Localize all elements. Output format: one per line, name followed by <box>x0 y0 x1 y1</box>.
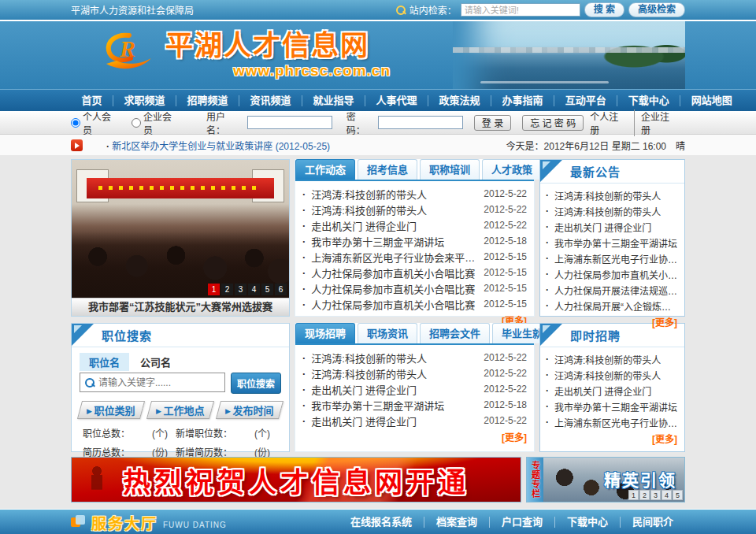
personal-member-radio[interactable]: 个人会员 <box>71 109 120 136</box>
news-link[interactable]: 人力社保局参加市直机关小合唱比赛 <box>311 281 479 296</box>
news-link[interactable]: 走出机关门 进得企业门 <box>311 218 479 233</box>
banner-page-number[interactable]: 4 <box>662 490 672 500</box>
photo-page-number[interactable]: 2 <box>221 284 233 295</box>
nav-link[interactable]: 招聘频道 <box>176 95 239 106</box>
personal-member-radio-input[interactable] <box>71 118 80 128</box>
keyword-input[interactable] <box>98 377 220 388</box>
ticker-headline[interactable]: 新北区举办大学生创业与就业政策讲座 (2012-05-25) <box>106 139 330 152</box>
tab-work-news[interactable]: 工作动态 <box>295 159 355 180</box>
notice-link[interactable]: 汪鸿涛:科技创新的带头人 <box>554 189 679 202</box>
bullet-icon: · <box>302 384 306 395</box>
register-link[interactable]: 企业注册 <box>634 109 685 136</box>
photo-page-number[interactable]: 1 <box>208 284 220 295</box>
main-nav: 首页求职频道招聘频道资讯频道就业指导人事代理政策法规办事指南互动平台下载中心网站… <box>0 89 756 111</box>
recruit-link[interactable]: 汪鸿涛:科技创新的带头人 <box>554 353 679 366</box>
news-link[interactable]: 汪鸿涛:科技创新的带头人 <box>311 366 479 381</box>
notice-link[interactable]: 汪鸿涛:科技创新的带头人 <box>554 205 679 218</box>
job-filter-button[interactable]: 工作地点 <box>146 401 214 419</box>
news-link[interactable]: 走出机关门 进得企业门 <box>311 382 479 397</box>
login-button[interactable]: 登 录 <box>474 115 511 131</box>
notice-link[interactable]: 走出机关门 进得企业门 <box>554 221 679 234</box>
site-brand[interactable]: R 平湖人才信息网 www.phrcsc.com.cn <box>102 31 391 80</box>
site-search-input[interactable] <box>461 3 580 17</box>
job-search-button[interactable]: 职位搜索 <box>231 373 281 394</box>
service-link[interactable]: 民间职介 <box>620 517 685 528</box>
recruit-link[interactable]: 我市举办第十三期金平湖讲坛 <box>554 400 679 413</box>
site-search-button[interactable]: 搜 索 <box>584 2 624 17</box>
recruit-news-more-link[interactable]: [更多] <box>502 432 527 443</box>
notice-link[interactable]: 人力社保局开展法律法规巡回培训 <box>554 284 679 297</box>
special-column-strip: 专题专栏 <box>527 458 543 502</box>
tab-jobfair-files[interactable]: 招聘会文件 <box>420 323 490 343</box>
username-field[interactable] <box>247 116 332 129</box>
photo-page-number[interactable]: 5 <box>261 284 273 295</box>
banner-page-number[interactable]: 5 <box>673 490 683 500</box>
news-link[interactable]: 人力社保局参加市直机关小合唱比赛 <box>311 297 479 312</box>
service-hall-bar: 服务大厅 FUWU DATING 在线报名系统档案查询户口查询下载中心民间职介 <box>0 509 756 534</box>
tab-position-name[interactable]: 职位名 <box>80 353 129 371</box>
main-content: 123456 我市部署“江苏技能状元”大赛常州选拔赛 职位搜索 职位名 公司名 … <box>71 159 685 452</box>
tab-onsite-recruit[interactable]: 现场招聘 <box>295 323 355 343</box>
notice-list-item: · 人力社保局开展“入企锻炼提素质” <box>546 298 679 313</box>
notice-link[interactable]: 人力社保局开展“入企锻炼提素质” <box>554 299 679 313</box>
nav-link[interactable]: 互动平台 <box>554 95 617 106</box>
nav-link[interactable]: 办事指南 <box>491 95 554 106</box>
job-filter-button[interactable]: 发布时间 <box>216 401 284 419</box>
nav-link[interactable]: 网站地图 <box>680 95 743 106</box>
tab-company-name[interactable]: 公司名 <box>131 353 180 371</box>
notice-link[interactable]: 人力社保局参加市直机关小合唱比赛 <box>554 268 679 281</box>
news-link[interactable]: 汪鸿涛:科技创新的带头人 <box>311 350 479 365</box>
photo-page-number[interactable]: 6 <box>275 284 287 295</box>
banner-page-number[interactable]: 3 <box>650 490 661 500</box>
banner-page-number[interactable]: 1 <box>628 490 639 500</box>
recruit-link[interactable]: 走出机关门 进得企业门 <box>554 384 679 398</box>
conference-photo[interactable]: 123456 <box>72 160 289 298</box>
nav-link[interactable]: 政策法规 <box>428 95 491 106</box>
company-member-radio-input[interactable] <box>132 118 141 128</box>
register-link[interactable]: 个人注册 <box>584 109 634 136</box>
news-link[interactable]: 我市举办第十三期金平湖讲坛 <box>311 398 479 413</box>
photo-page-number[interactable]: 3 <box>235 284 246 295</box>
photo-caption-link[interactable]: 我市部署“江苏技能状元”大赛常州选拔赛 <box>72 298 289 316</box>
service-link[interactable]: 户口查询 <box>489 517 554 528</box>
tab-career-info[interactable]: 职场资讯 <box>358 323 417 343</box>
service-hall-icon <box>71 515 85 529</box>
company-member-radio[interactable]: 企业会员 <box>132 109 181 136</box>
news-link[interactable]: 走出机关门 进得企业门 <box>311 413 479 428</box>
nav-link[interactable]: 就业指导 <box>302 95 365 106</box>
advanced-search-button[interactable]: 高级检索 <box>628 2 685 17</box>
notice-list-item: · 人力社保局开展法律法规巡回培训 <box>546 282 679 298</box>
notice-link[interactable]: 我市举办第十三期金平湖讲坛 <box>554 236 679 250</box>
news-link[interactable]: 上海浦东新区光电子行业协会来平考察 <box>311 250 479 265</box>
nav-link[interactable]: 下载中心 <box>617 95 680 106</box>
news-link[interactable]: 我市举办第十三期金平湖讲坛 <box>311 234 479 249</box>
news-link[interactable]: 汪鸿涛:科技创新的带头人 <box>311 202 479 217</box>
site-logo-icon: R <box>102 31 154 75</box>
news-link[interactable]: 人力社保局参加市直机关小合唱比赛 <box>311 265 479 280</box>
celebration-banner[interactable]: 热烈祝贺人才信息网开通 <box>71 457 521 502</box>
tab-exam-info[interactable]: 招考信息 <box>358 159 417 180</box>
forgot-password-button[interactable]: 忘 记 密 码 <box>522 115 584 131</box>
service-link[interactable]: 档案查询 <box>424 517 489 528</box>
service-link[interactable]: 下载中心 <box>554 517 620 528</box>
nav-link[interactable]: 首页 <box>71 95 113 106</box>
banner-page-number[interactable]: 2 <box>639 490 650 500</box>
service-link[interactable]: 在线报名系统 <box>339 517 424 528</box>
news-list-item: · 汪鸿涛:科技创新的带头人 2012-5-22 <box>302 350 527 365</box>
instant-more-link[interactable]: [更多] <box>652 434 677 445</box>
special-column-banner[interactable]: 专题专栏 精英引领 12345 <box>526 457 685 502</box>
tab-title-training[interactable]: 职称培训 <box>420 159 480 180</box>
recruit-link[interactable]: 上海浦东新区光电子行业协会来平考 <box>554 416 679 429</box>
job-filter-button[interactable]: 职位类别 <box>77 401 145 419</box>
tab-talent-policy[interactable]: 人才政策 <box>482 159 542 180</box>
nav-link[interactable]: 人事代理 <box>365 95 428 106</box>
news-date: 2012-5-22 <box>484 204 527 215</box>
recruit-link[interactable]: 汪鸿涛:科技创新的带头人 <box>554 369 679 382</box>
nav-link[interactable]: 求职频道 <box>113 95 176 106</box>
news-link[interactable]: 汪鸿涛:科技创新的带头人 <box>311 187 479 202</box>
photo-page-number[interactable]: 4 <box>248 284 260 295</box>
notice-link[interactable]: 上海浦东新区光电子行业协会来平考 <box>554 252 679 265</box>
password-field[interactable] <box>378 116 463 129</box>
nav-link[interactable]: 资讯频道 <box>239 95 302 106</box>
notice-list-item: · 我市举办第十三期金平湖讲坛 <box>546 235 679 250</box>
